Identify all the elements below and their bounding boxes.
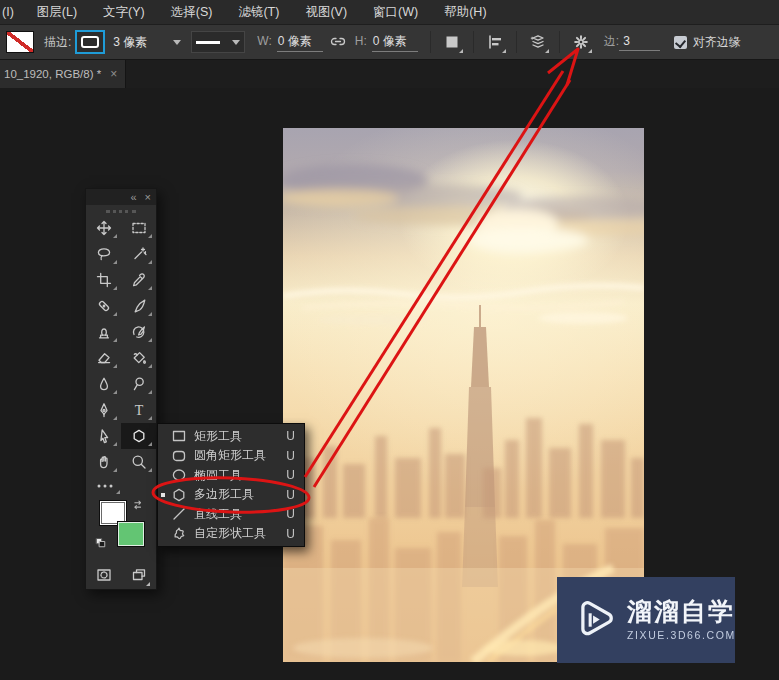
document-tab[interactable]: 10_1920, RGB/8) * × xyxy=(0,60,126,88)
tool-eyedropper-button[interactable] xyxy=(121,267,156,293)
tools-panel-header: « × xyxy=(86,189,156,205)
document-tab-title: 10_1920, RGB/8) * xyxy=(4,68,101,80)
stroke-label: 描边: xyxy=(44,34,71,51)
menu-item-0[interactable]: (I) xyxy=(0,0,24,24)
watermark-brand: 溜溜自学 xyxy=(627,598,736,626)
color-well xyxy=(86,497,156,555)
background-color-swatch[interactable] xyxy=(117,521,145,547)
path-operations-icon[interactable] xyxy=(440,30,464,54)
stroke-type-dropdown[interactable] xyxy=(191,31,245,53)
menu-item-1[interactable]: 图层(L) xyxy=(24,0,90,24)
flyout-item-shortcut: U xyxy=(286,449,295,463)
collapse-panel-icon[interactable]: « xyxy=(130,191,136,203)
tool-clone-stamp-button[interactable] xyxy=(86,319,121,345)
polygon-sides-value[interactable]: 3 xyxy=(619,34,660,51)
panel-grip[interactable] xyxy=(106,210,136,213)
rounded-rectangle-icon xyxy=(171,448,187,464)
play-button-logo-icon xyxy=(571,597,617,643)
tool-options-bar: 描边: 3 像素 W: 0 像素 H: 0 像素 边: 3 对齐边缘 xyxy=(0,25,779,60)
flyout-item-line[interactable]: 直线工具U xyxy=(158,505,304,525)
polygon-sides-field[interactable]: 边: 3 xyxy=(604,33,660,51)
flyout-item-label: 矩形工具 xyxy=(194,428,286,445)
edit-toolbar-ellipsis-icon[interactable] xyxy=(86,475,156,497)
tool-paint-bucket-button[interactable] xyxy=(121,345,156,371)
ellipse-icon xyxy=(171,467,187,483)
document-tab-strip: 10_1920, RGB/8) * × xyxy=(0,60,779,88)
tool-history-brush-button[interactable] xyxy=(121,319,156,345)
flyout-item-shortcut: U xyxy=(286,468,295,482)
flyout-item-ellipse[interactable]: 椭圆工具U xyxy=(158,466,304,486)
menu-item-2[interactable]: 文字(Y) xyxy=(90,0,158,24)
flyout-item-shortcut: U xyxy=(286,527,295,541)
tool-hand-button[interactable] xyxy=(86,449,121,475)
rectangle-icon xyxy=(171,428,187,444)
tool-magic-wand-button[interactable] xyxy=(121,241,156,267)
flyout-item-label: 直线工具 xyxy=(194,506,286,523)
quick-mask-icon[interactable] xyxy=(92,563,116,587)
menu-item-3[interactable]: 选择(S) xyxy=(158,0,226,24)
tool-marquee-button[interactable] xyxy=(121,215,156,241)
tool-grid: T xyxy=(86,215,156,475)
tool-dodge-button[interactable] xyxy=(121,371,156,397)
link-dimensions-icon[interactable] xyxy=(326,30,350,54)
gear-icon[interactable] xyxy=(569,30,593,54)
shape-tools-flyout-menu: 矩形工具U圆角矩形工具U椭圆工具U多边形工具U直线工具U自定形状工具U xyxy=(157,423,305,547)
svg-text:T: T xyxy=(134,403,143,418)
flyout-item-rounded-rectangle[interactable]: 圆角矩形工具U xyxy=(158,446,304,466)
active-tool-marker xyxy=(161,493,165,497)
tool-shape-button[interactable] xyxy=(121,423,156,449)
flyout-item-label: 自定形状工具 xyxy=(194,525,286,542)
tool-zoom-button[interactable] xyxy=(121,449,156,475)
watermark-url: ZIXUE.3D66.COM xyxy=(627,630,736,642)
photoshop-window: (I)图层(L)文字(Y)选择(S)滤镜(T)视图(V)窗口(W)帮助(H) 描… xyxy=(0,0,779,680)
polygon-icon xyxy=(171,487,187,503)
tool-eraser-button[interactable] xyxy=(86,345,121,371)
menu-item-5[interactable]: 视图(V) xyxy=(292,0,360,24)
menu-item-4[interactable]: 滤镜(T) xyxy=(225,0,292,24)
tool-move-button[interactable] xyxy=(86,215,121,241)
tool-spot-healing-button[interactable] xyxy=(86,293,121,319)
menu-item-7[interactable]: 帮助(H) xyxy=(431,0,499,24)
align-edges-checkbox[interactable] xyxy=(674,36,687,49)
tool-crop-button[interactable] xyxy=(86,267,121,293)
stroke-width-dropdown[interactable]: 3 像素 xyxy=(113,34,181,51)
no-fill-swatch[interactable] xyxy=(6,31,34,53)
flyout-item-shortcut: U xyxy=(286,429,295,443)
chevron-down-icon xyxy=(232,40,240,45)
custom-shape-icon xyxy=(171,526,187,542)
flyout-item-label: 圆角矩形工具 xyxy=(194,447,286,464)
screen-mode-icon[interactable] xyxy=(127,563,151,587)
width-field[interactable]: W: 0 像素 xyxy=(257,33,322,52)
tool-lasso-button[interactable] xyxy=(86,241,121,267)
menu-item-6[interactable]: 窗口(W) xyxy=(360,0,431,24)
flyout-item-rectangle[interactable]: 矩形工具U xyxy=(158,427,304,447)
line-icon xyxy=(171,506,187,522)
flyout-item-label: 椭圆工具 xyxy=(194,467,286,484)
flyout-item-shortcut: U xyxy=(286,507,295,521)
tool-type-button[interactable]: T xyxy=(121,397,156,423)
swap-colors-icon[interactable] xyxy=(132,498,145,516)
flyout-item-label: 多边形工具 xyxy=(194,486,286,503)
path-alignment-icon[interactable] xyxy=(483,30,507,54)
close-tab-icon[interactable]: × xyxy=(110,67,117,81)
panel-bottom-row xyxy=(86,561,156,589)
tool-path-select-button[interactable] xyxy=(86,423,121,449)
flyout-item-polygon[interactable]: 多边形工具U xyxy=(158,485,304,505)
stroke-color-swatch[interactable] xyxy=(75,30,105,54)
path-arrangement-icon[interactable] xyxy=(526,30,550,54)
flyout-item-shortcut: U xyxy=(286,488,295,502)
tool-blur-button[interactable] xyxy=(86,371,121,397)
solid-line-style xyxy=(196,41,220,44)
close-panel-icon[interactable]: × xyxy=(145,191,151,203)
default-colors-icon[interactable] xyxy=(95,535,107,553)
align-edges-label: 对齐边缘 xyxy=(693,34,741,51)
height-field[interactable]: H: 0 像素 xyxy=(355,33,418,52)
tool-pen-button[interactable] xyxy=(86,397,121,423)
menu-bar: (I)图层(L)文字(Y)选择(S)滤镜(T)视图(V)窗口(W)帮助(H) xyxy=(0,0,779,25)
tools-panel: « × T xyxy=(85,188,157,590)
watermark-badge: 溜溜自学 ZIXUE.3D66.COM xyxy=(557,577,735,663)
flyout-item-custom-shape[interactable]: 自定形状工具U xyxy=(158,524,304,544)
tool-brush-button[interactable] xyxy=(121,293,156,319)
chevron-down-icon xyxy=(173,40,181,45)
